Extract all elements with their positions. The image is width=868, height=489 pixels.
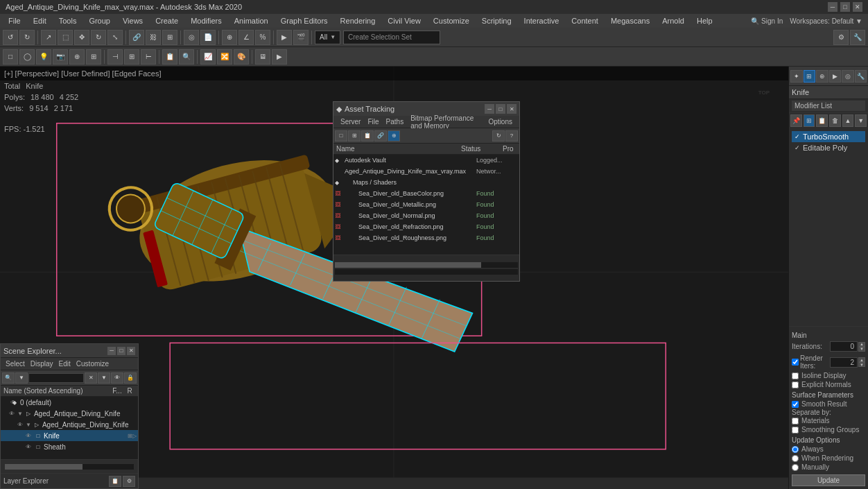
render-frame-button[interactable]: ▶ [272,49,287,65]
at-row-refraction[interactable]: 🖼 Sea_Diver_old_Refraction.png Found [333,221,519,232]
se-filter-icon[interactable]: ▼ [15,372,28,384]
se-clear-button[interactable]: ✕ [85,372,97,384]
at-row-maxfile[interactable]: Aged_Antique_Diving_Knife_max_vray.max N… [333,166,519,177]
se-scrollbar[interactable] [5,464,134,470]
se-expand-button[interactable]: ▼ [98,372,110,384]
render-iters-checkbox[interactable] [792,359,799,366]
view-selector[interactable]: All ▼ [315,31,340,44]
create-light-button[interactable]: 💡 [36,49,51,65]
smooth-result-checkbox[interactable] [792,401,799,408]
iterations-value[interactable]: 0 [830,341,858,352]
se-search-input[interactable] [28,373,84,383]
at-restore-btn[interactable]: □ [496,104,505,114]
when-rendering-radio[interactable] [792,455,799,462]
rp-tab-utils[interactable]: 🔧 [855,70,867,83]
manage-layers-button[interactable]: 📋 [162,49,177,65]
menu-create[interactable]: Create [150,15,184,26]
explicit-normals-checkbox[interactable] [792,381,799,388]
move-button[interactable]: ✥ [74,30,89,45]
angle-snap-button[interactable]: ∠ [238,30,254,45]
menu-modifiers[interactable]: Modifiers [185,15,227,26]
se-close-button[interactable]: ✕ [127,347,135,355]
mirror-button[interactable]: ⊣ [107,49,123,65]
scale-button[interactable]: ⤡ [107,30,123,45]
se-icon2[interactable]: 🔒 [124,372,137,384]
at-close-btn[interactable]: ✕ [507,104,517,114]
rp-tab-create[interactable]: ✦ [790,70,803,83]
rp-tab-motion[interactable]: ▶ [829,70,842,83]
menu-rendering[interactable]: Rendering [335,15,381,26]
se-row-knife[interactable]: 👁 □ Knife ⊞ ▷ [1,430,138,441]
mod-pin-btn[interactable]: 📌 [790,114,802,127]
navigation-cube[interactable]: TOP [747,74,781,108]
unlink-button[interactable]: ⛓ [146,30,161,45]
mod-active-btn[interactable]: ⊞ [804,114,815,127]
menu-arnold[interactable]: Arnold [657,15,690,26]
isoline-checkbox[interactable] [792,372,799,379]
at-btn-3[interactable]: 📋 [361,130,374,141]
menu-megascans[interactable]: Megascans [605,15,655,26]
undo-button[interactable]: ↺ [3,30,18,45]
schematic-view-button[interactable]: 🔀 [217,49,232,65]
align-button[interactable]: ⊢ [141,49,156,65]
menu-content[interactable]: Content [566,15,604,26]
se-row-group1[interactable]: 👁 ▼ ▷ Aged_Antique_Diving_Knife [1,408,138,419]
at-scrollbar-h[interactable] [335,262,518,268]
at-row-basecolor[interactable]: 🖼 Sea_Diver_old_BaseColor.png Found [333,188,519,199]
create-helper-button[interactable]: ⊕ [69,49,85,65]
at-menu-paths[interactable]: Paths [383,118,407,126]
redo-button[interactable]: ↻ [19,30,35,45]
modifier-item-turbosmooth[interactable]: ✓ TurboSmooth [792,131,865,142]
toolbar-extra-1[interactable]: ⚙ [833,30,849,45]
rp-tab-modify[interactable]: ⊞ [804,70,816,83]
at-row-roughness[interactable]: 🖼 Sea_Diver_old_Roughness.png Found [333,232,519,243]
render-button[interactable]: ▶ [277,30,292,45]
always-radio[interactable] [792,446,799,453]
at-btn-5-active[interactable]: ⊕ [388,130,400,141]
at-minimize-btn[interactable]: ─ [485,104,494,114]
menu-file[interactable]: File [3,15,26,26]
materials-checkbox[interactable] [792,418,799,424]
object-snap-button[interactable]: ⊕ [222,30,237,45]
se-menu-customize[interactable]: Customize [74,360,111,368]
layer-icon-btn[interactable]: 📋 [109,476,121,487]
at-row-maps[interactable]: ◆ Maps / Shaders [333,177,519,188]
se-scrollbar-thumb[interactable] [5,464,83,470]
rp-tab-hierarchy[interactable]: ⊕ [816,70,828,83]
titlebar-controls[interactable]: ─ □ ✕ [828,2,862,12]
render-iters-down-btn[interactable]: ▼ [858,362,865,367]
iterations-down-btn[interactable]: ▼ [858,347,865,352]
at-menu-server[interactable]: Server [338,118,363,126]
at-menu-options[interactable]: Options [486,118,515,126]
iterations-up-btn[interactable]: ▲ [858,342,865,347]
create-camera-button[interactable]: 📷 [53,49,68,65]
se-menu-select[interactable]: Select [3,360,27,368]
menu-civil-view[interactable]: Civil View [382,15,426,26]
at-window-controls[interactable]: ─ □ ✕ [485,104,517,114]
percent-snap-button[interactable]: % [255,30,270,45]
update-button[interactable]: Update [792,474,865,486]
toolbar-extra-2[interactable]: 🔧 [850,30,865,45]
se-row-group2[interactable]: 👁 ▼ ▷ Aged_Antique_Diving_Knife [1,419,138,430]
render-iters-value[interactable]: 2 [830,357,858,368]
rp-tab-display[interactable]: ◎ [842,70,854,83]
create-warp-button[interactable]: ⊞ [86,49,101,65]
smoothing-groups-checkbox[interactable] [792,427,799,434]
se-menu-edit[interactable]: Edit [57,360,73,368]
at-btn-4[interactable]: 🔗 [374,130,387,141]
render-setup-button[interactable]: 🎬 [293,30,309,45]
mod-delete-btn[interactable]: 🗑 [829,114,841,127]
viewport[interactable]: X Y Z [+] [Perspective] [User Defined] [… [0,67,788,489]
at-menu-file[interactable]: File [365,118,381,126]
se-maximize-button[interactable]: □ [117,347,125,355]
at-btn-1[interactable]: □ [335,130,347,141]
modifier-item-editable-poly[interactable]: ✓ Editable Poly [792,142,865,153]
array-button[interactable]: ⊞ [124,49,139,65]
link-button[interactable]: 🔗 [129,30,144,45]
layer-settings-btn[interactable]: ⚙ [123,476,135,487]
mod-list-btn[interactable]: 📋 [816,114,828,127]
maximize-button[interactable]: □ [840,2,850,12]
se-search-icon[interactable]: 🔍 [2,372,15,384]
at-scrollbar-v[interactable] [335,269,518,275]
se-minimize-button[interactable]: ─ [107,347,116,355]
